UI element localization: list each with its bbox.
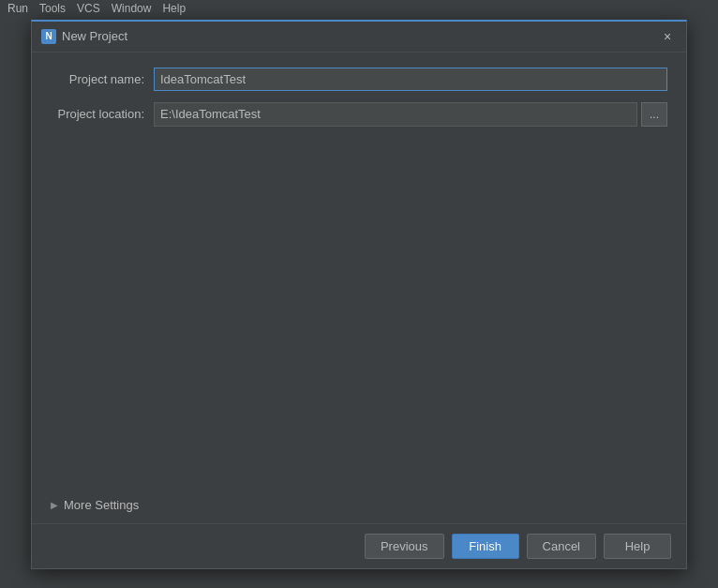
project-name-input-wrap: [154, 68, 667, 91]
browse-button[interactable]: ...: [641, 102, 667, 127]
project-location-input-wrap: ...: [154, 102, 667, 127]
help-button[interactable]: Help: [604, 534, 671, 559]
project-name-input[interactable]: [154, 68, 667, 91]
dialog-overlay: N New Project × Project name: Project lo…: [0, 0, 718, 588]
more-settings-row[interactable]: ▶ More Settings: [32, 490, 686, 523]
project-name-row: Project name:: [51, 68, 667, 91]
project-name-label: Project name:: [51, 72, 154, 86]
dialog-content: Project name: Project location: ...: [32, 53, 686, 153]
dialog-title-left: N New Project: [41, 29, 127, 44]
dialog-title: New Project: [62, 29, 127, 43]
more-settings-arrow-icon: ▶: [51, 500, 58, 510]
cancel-button[interactable]: Cancel: [527, 534, 596, 559]
new-project-dialog: N New Project × Project name: Project lo…: [31, 20, 687, 569]
dialog-body-empty: [32, 153, 686, 490]
dialog-titlebar: N New Project ×: [32, 22, 686, 53]
close-button[interactable]: ×: [658, 27, 677, 46]
previous-button[interactable]: Previous: [365, 534, 444, 559]
finish-button[interactable]: Finish: [452, 534, 519, 559]
dialog-icon: N: [41, 29, 56, 44]
project-location-row: Project location: ...: [51, 102, 667, 127]
more-settings-label: More Settings: [64, 498, 139, 512]
project-location-label: Project location:: [51, 107, 154, 121]
project-location-input[interactable]: [154, 102, 637, 127]
dialog-footer: Previous Finish Cancel Help: [32, 523, 686, 568]
